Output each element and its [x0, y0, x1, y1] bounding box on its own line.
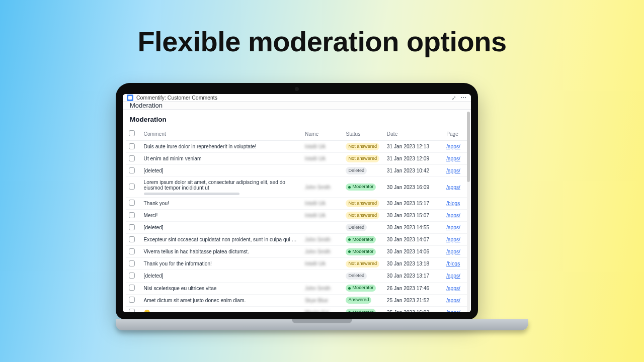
- date-cell: 30 Jan 2023 16:09: [384, 177, 443, 198]
- comment-cell: 😊: [141, 306, 302, 312]
- row-checkbox[interactable]: [129, 143, 135, 149]
- row-checkbox[interactable]: [129, 224, 135, 230]
- row-checkbox[interactable]: [129, 248, 135, 254]
- page-link[interactable]: /apps/: [446, 168, 460, 173]
- name-cell: Intelli UA: [302, 209, 343, 221]
- date-cell: 30 Jan 2023 14:55: [384, 222, 443, 234]
- table-row: Duis aute irure dolor in reprehenderit i…: [126, 141, 467, 153]
- table-row: Ut enim ad minim veniam Intelli UA Not a…: [126, 153, 467, 165]
- page-cell: /blogs: [443, 258, 467, 270]
- page-cell: /apps/: [443, 165, 467, 177]
- page-link[interactable]: /apps/: [446, 185, 460, 190]
- comment-cell: Viverra tellus in hac habitasse platea d…: [141, 246, 302, 258]
- page-cell: /blogs: [443, 197, 467, 209]
- date-cell: 30 Jan 2023 14:07: [384, 234, 443, 246]
- page-cell: /apps/: [443, 270, 467, 282]
- comment-cell: Merci!: [141, 209, 302, 221]
- row-checkbox[interactable]: [129, 260, 135, 266]
- page-link[interactable]: /apps/: [446, 144, 460, 149]
- pin-icon: [451, 95, 456, 101]
- page-link[interactable]: /blogs: [446, 261, 460, 266]
- page-link[interactable]: /apps/: [446, 249, 460, 254]
- page-cell: /apps/: [443, 246, 467, 258]
- date-cell: 30 Jan 2023 14:06: [384, 246, 443, 258]
- row-checkbox[interactable]: [129, 309, 135, 312]
- date-cell: 30 Jan 2023 15:07: [384, 209, 443, 221]
- page-link[interactable]: /apps/: [446, 225, 460, 230]
- comment-cell: [deleted]: [141, 165, 302, 177]
- name-cell: Maxim Kaj: [302, 306, 343, 312]
- status-badge: Deleted: [346, 224, 367, 231]
- name-cell: John Smith: [302, 177, 343, 198]
- page-link[interactable]: /apps/: [446, 213, 460, 218]
- status-badge: Not answered: [346, 155, 379, 162]
- row-checkbox[interactable]: [129, 167, 135, 173]
- status-badge: Not answered: [346, 143, 379, 150]
- page-cell: /apps/: [443, 141, 467, 153]
- page-link[interactable]: /apps/: [446, 310, 460, 312]
- status-badge: Not answered: [346, 212, 379, 219]
- comment-cell: Excepteur sint occaecat cupidatat non pr…: [141, 234, 302, 246]
- horizontal-scroll-thumb[interactable]: [144, 193, 239, 195]
- page-link[interactable]: /apps/: [446, 298, 460, 303]
- name-cell: [302, 222, 343, 234]
- page-cell: /apps/: [443, 222, 467, 234]
- dot-icon: [348, 238, 351, 241]
- name-cell: [302, 165, 343, 177]
- row-checkbox[interactable]: [129, 155, 135, 161]
- col-status: Status: [343, 128, 383, 141]
- comment-cell: Amet dictum sit amet justo donec enim di…: [141, 294, 302, 306]
- table-row: Lorem ipsum dolor sit amet, consectetur …: [126, 177, 467, 198]
- status-cell: Moderator: [343, 177, 383, 198]
- page-cell: /apps/: [443, 234, 467, 246]
- comment-cell: [deleted]: [141, 270, 302, 282]
- table-row: Merci! Intelli UA Not answered 30 Jan 20…: [126, 209, 467, 221]
- col-date: Date: [384, 128, 443, 141]
- table-row: Nisi scelerisque eu ultrices vitae John …: [126, 282, 467, 294]
- page-link[interactable]: /blogs: [446, 201, 460, 206]
- section-title: Moderation: [123, 110, 471, 128]
- row-checkbox[interactable]: [129, 236, 135, 242]
- row-checkbox[interactable]: [129, 200, 135, 206]
- status-badge: Not answered: [346, 200, 379, 207]
- row-checkbox[interactable]: [129, 297, 135, 303]
- status-badge: Moderator: [346, 285, 376, 292]
- more-menu-button[interactable]: [460, 94, 467, 101]
- select-all-checkbox[interactable]: [129, 130, 135, 136]
- comment-cell: Thank you for the information!: [141, 258, 302, 270]
- status-cell: Deleted: [343, 270, 383, 282]
- status-badge: Moderator: [346, 309, 376, 312]
- page-link[interactable]: /apps/: [446, 286, 460, 291]
- status-cell: Answered: [343, 294, 383, 306]
- laptop-base: [116, 319, 528, 330]
- scrollbar-thumb[interactable]: [467, 112, 470, 182]
- app-screen: Commentify: Customer Comments Moderation: [123, 94, 471, 312]
- row-checkbox[interactable]: [129, 212, 135, 218]
- row-checkbox[interactable]: [129, 273, 135, 279]
- dot-icon: [348, 186, 351, 189]
- row-checkbox[interactable]: [129, 184, 135, 190]
- comment-cell: Thank you!: [141, 197, 302, 209]
- table-row: Thank you for the information! Intelli U…: [126, 258, 467, 270]
- pin-button[interactable]: [450, 94, 457, 101]
- comment-cell: Lorem ipsum dolor sit amet, consectetur …: [141, 177, 302, 198]
- status-cell: Deleted: [343, 165, 383, 177]
- table-row: [deleted] Deleted 31 Jan 2023 10:42 /app…: [126, 165, 467, 177]
- comment-cell: Nisi scelerisque eu ultrices vitae: [141, 282, 302, 294]
- table-row: 😊 Maxim Kaj Moderator 25 Jan 2023 16:02 …: [126, 306, 467, 312]
- status-cell: Moderator: [343, 282, 383, 294]
- page-link[interactable]: /apps/: [446, 237, 460, 242]
- name-cell: John Smith: [302, 246, 343, 258]
- name-cell: John Smith: [302, 234, 343, 246]
- breadcrumb: Moderation: [123, 102, 471, 110]
- row-checkbox[interactable]: [129, 285, 135, 291]
- page-link[interactable]: /apps/: [446, 156, 460, 161]
- breadcrumb-item: Moderation: [130, 102, 163, 109]
- dot-icon: [348, 287, 351, 290]
- page-link[interactable]: /apps/: [446, 273, 460, 279]
- col-comment: Comment: [141, 128, 302, 141]
- status-cell: Not answered: [343, 141, 383, 153]
- status-cell: Not answered: [343, 153, 383, 165]
- name-cell: Intelli UA: [302, 258, 343, 270]
- table-row: Viverra tellus in hac habitasse platea d…: [126, 246, 467, 258]
